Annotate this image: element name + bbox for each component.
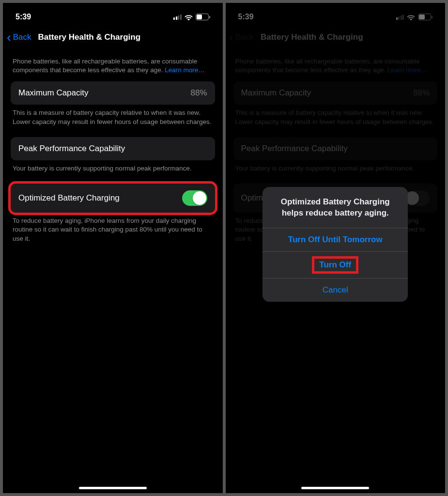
maximum-capacity-note: This is a measure of battery capacity re… <box>11 105 215 137</box>
back-button[interactable]: Back <box>13 32 31 42</box>
optimized-charging-toggle[interactable] <box>182 190 207 206</box>
optimized-charging-cell[interactable]: Optimized Battery Charging <box>11 184 215 213</box>
turn-off-until-tomorrow-button[interactable]: Turn Off Until Tomorrow <box>263 228 408 251</box>
maximum-capacity-cell: Maximum Capacity 88% <box>233 81 438 105</box>
intro-text: Phone batteries, like all rechargeable b… <box>233 48 438 81</box>
settings-content: Phone batteries, like all rechargeable b… <box>3 48 223 254</box>
cellular-icon <box>173 14 182 20</box>
home-indicator[interactable] <box>301 487 369 489</box>
status-icons: 51 <box>173 14 210 20</box>
optimized-charging-toggle <box>404 190 430 206</box>
intro-text: Phone batteries, like all rechargeable b… <box>11 48 215 81</box>
status-time: 5:39 <box>15 13 31 21</box>
optimized-charging-label: Optimized Battery Charging <box>18 193 120 203</box>
status-bar: 5:39 51 <box>226 3 446 26</box>
maximum-capacity-label: Maximum Capacity <box>18 88 89 98</box>
sheet-title: Optimized Battery Charging helps reduce … <box>263 187 408 228</box>
screen-right: 5:39 51 ‹ Back Battery Health & Charging… <box>226 3 446 493</box>
peak-performance-label: Peak Performance Capability <box>18 144 125 154</box>
learn-more-link[interactable]: Learn more… <box>165 66 205 74</box>
cellular-icon <box>396 14 404 20</box>
page-title: Battery Health & Charging <box>38 32 140 42</box>
maximum-capacity-value: 88% <box>190 88 207 98</box>
page-title: Battery Health & Charging <box>261 32 363 42</box>
wifi-icon <box>407 14 415 20</box>
turn-off-button[interactable]: Turn Off <box>263 252 408 278</box>
status-bar: 5:39 51 <box>3 3 223 26</box>
back-button: Back <box>235 32 254 42</box>
wifi-icon <box>185 14 193 20</box>
peak-performance-note: Your battery is currently supporting nor… <box>11 160 215 184</box>
peak-performance-cell[interactable]: Peak Performance Capability <box>11 137 215 160</box>
screen-left: 5:39 51 ‹ Back Battery Health & Charging… <box>3 3 223 493</box>
home-indicator[interactable] <box>79 487 147 489</box>
maximum-capacity-cell[interactable]: Maximum Capacity 88% <box>11 81 215 105</box>
status-icons: 51 <box>396 14 433 20</box>
back-chevron-icon[interactable]: ‹ <box>7 31 11 44</box>
nav-bar: ‹ Back Battery Health & Charging <box>3 26 223 48</box>
back-chevron-icon: ‹ <box>230 31 234 44</box>
nav-bar: ‹ Back Battery Health & Charging <box>226 26 446 48</box>
peak-performance-cell: Peak Performance Capability <box>233 137 438 160</box>
learn-more-link: Learn more… <box>387 66 428 74</box>
battery-icon: 51 <box>196 14 210 20</box>
optimized-charging-note: To reduce battery aging, iPhone learns f… <box>11 213 215 254</box>
action-sheet: Optimized Battery Charging helps reduce … <box>263 187 408 302</box>
cancel-button[interactable]: Cancel <box>263 279 408 302</box>
status-time: 5:39 <box>238 13 254 21</box>
battery-icon: 51 <box>418 14 433 20</box>
